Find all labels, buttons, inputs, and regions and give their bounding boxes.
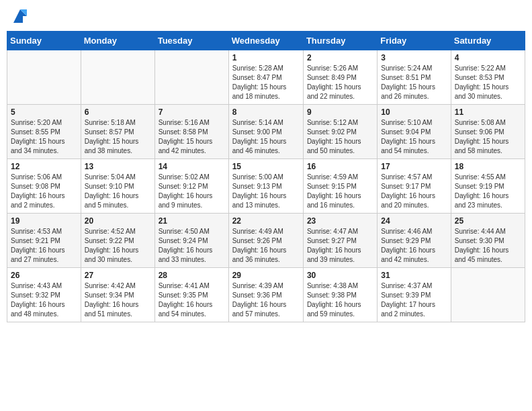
- calendar-cell: 9Sunrise: 5:12 AM Sunset: 9:02 PM Daylig…: [303, 105, 377, 159]
- day-info: Sunrise: 5:04 AM Sunset: 9:10 PM Dayligh…: [85, 173, 151, 210]
- calendar-cell: 12Sunrise: 5:06 AM Sunset: 9:08 PM Dayli…: [7, 159, 81, 214]
- day-number: 10: [381, 107, 447, 117]
- calendar-cell: 3Sunrise: 5:24 AM Sunset: 8:51 PM Daylig…: [378, 50, 451, 105]
- calendar-week-row: 12Sunrise: 5:06 AM Sunset: 9:08 PM Dayli…: [7, 159, 525, 214]
- day-info: Sunrise: 4:52 AM Sunset: 9:22 PM Dayligh…: [85, 227, 151, 265]
- calendar-cell: 20Sunrise: 4:52 AM Sunset: 9:22 PM Dayli…: [81, 214, 154, 268]
- day-number: 12: [11, 162, 77, 171]
- day-info: Sunrise: 5:00 AM Sunset: 9:13 PM Dayligh…: [232, 173, 300, 210]
- calendar-cell: 2Sunrise: 5:26 AM Sunset: 8:49 PM Daylig…: [303, 50, 377, 105]
- column-header-saturday: Saturday: [451, 32, 525, 50]
- day-number: 20: [85, 216, 151, 226]
- day-info: Sunrise: 5:12 AM Sunset: 9:02 PM Dayligh…: [307, 118, 373, 156]
- calendar-week-row: 26Sunrise: 4:43 AM Sunset: 9:32 PM Dayli…: [7, 268, 525, 322]
- calendar-header-row: SundayMondayTuesdayWednesdayThursdayFrid…: [7, 32, 525, 50]
- calendar-cell: 19Sunrise: 4:53 AM Sunset: 9:21 PM Dayli…: [7, 214, 81, 268]
- day-info: Sunrise: 4:55 AM Sunset: 9:19 PM Dayligh…: [455, 173, 521, 210]
- day-number: 2: [307, 53, 373, 62]
- page-header: [7, 7, 525, 26]
- calendar-cell: 27Sunrise: 4:42 AM Sunset: 9:34 PM Dayli…: [81, 268, 154, 322]
- calendar-cell: [451, 268, 525, 322]
- day-info: Sunrise: 5:16 AM Sunset: 8:58 PM Dayligh…: [159, 118, 225, 156]
- calendar-cell: 24Sunrise: 4:46 AM Sunset: 9:29 PM Dayli…: [378, 214, 451, 268]
- calendar-table: SundayMondayTuesdayWednesdayThursdayFrid…: [7, 31, 525, 322]
- day-info: Sunrise: 4:39 AM Sunset: 9:36 PM Dayligh…: [232, 281, 300, 319]
- day-info: Sunrise: 5:18 AM Sunset: 8:57 PM Dayligh…: [85, 118, 151, 156]
- calendar-cell: 25Sunrise: 4:44 AM Sunset: 9:30 PM Dayli…: [451, 214, 525, 268]
- day-number: 24: [381, 216, 447, 226]
- day-number: 26: [11, 271, 77, 280]
- day-info: Sunrise: 4:38 AM Sunset: 9:38 PM Dayligh…: [307, 281, 373, 319]
- calendar-cell: 10Sunrise: 5:10 AM Sunset: 9:04 PM Dayli…: [378, 105, 451, 159]
- calendar-cell: 29Sunrise: 4:39 AM Sunset: 9:36 PM Dayli…: [228, 268, 303, 322]
- day-info: Sunrise: 4:47 AM Sunset: 9:27 PM Dayligh…: [307, 227, 373, 265]
- day-number: 8: [232, 107, 300, 117]
- day-info: Sunrise: 5:02 AM Sunset: 9:12 PM Dayligh…: [159, 173, 225, 210]
- day-info: Sunrise: 5:14 AM Sunset: 9:00 PM Dayligh…: [232, 118, 300, 156]
- day-number: 9: [307, 107, 373, 117]
- day-number: 31: [381, 271, 447, 280]
- day-number: 1: [232, 53, 300, 62]
- calendar-cell: 26Sunrise: 4:43 AM Sunset: 9:32 PM Dayli…: [7, 268, 81, 322]
- day-info: Sunrise: 4:46 AM Sunset: 9:29 PM Dayligh…: [381, 227, 447, 265]
- day-number: 5: [11, 107, 77, 117]
- day-info: Sunrise: 4:50 AM Sunset: 9:24 PM Dayligh…: [159, 227, 225, 265]
- calendar-cell: 15Sunrise: 5:00 AM Sunset: 9:13 PM Dayli…: [228, 159, 303, 214]
- day-number: 28: [159, 271, 225, 280]
- calendar-week-row: 1Sunrise: 5:28 AM Sunset: 8:47 PM Daylig…: [7, 50, 525, 105]
- calendar-cell: 16Sunrise: 4:59 AM Sunset: 9:15 PM Dayli…: [303, 159, 377, 214]
- day-number: 6: [85, 107, 151, 117]
- logo-icon: [11, 7, 30, 26]
- day-info: Sunrise: 4:53 AM Sunset: 9:21 PM Dayligh…: [11, 227, 77, 265]
- calendar-cell: 7Sunrise: 5:16 AM Sunset: 8:58 PM Daylig…: [154, 105, 228, 159]
- day-number: 16: [307, 162, 373, 171]
- day-info: Sunrise: 4:49 AM Sunset: 9:26 PM Dayligh…: [232, 227, 300, 265]
- day-number: 15: [232, 162, 300, 171]
- day-info: Sunrise: 4:37 AM Sunset: 9:39 PM Dayligh…: [381, 281, 447, 319]
- day-number: 21: [159, 216, 225, 226]
- calendar-cell: 11Sunrise: 5:08 AM Sunset: 9:06 PM Dayli…: [451, 105, 525, 159]
- column-header-wednesday: Wednesday: [228, 32, 303, 50]
- day-number: 27: [85, 271, 151, 280]
- calendar-cell: 17Sunrise: 4:57 AM Sunset: 9:17 PM Dayli…: [378, 159, 451, 214]
- day-info: Sunrise: 4:43 AM Sunset: 9:32 PM Dayligh…: [11, 281, 77, 319]
- column-header-friday: Friday: [378, 32, 451, 50]
- column-header-thursday: Thursday: [303, 32, 377, 50]
- day-number: 7: [159, 107, 225, 117]
- calendar-cell: 14Sunrise: 5:02 AM Sunset: 9:12 PM Dayli…: [154, 159, 228, 214]
- calendar-cell: 30Sunrise: 4:38 AM Sunset: 9:38 PM Dayli…: [303, 268, 377, 322]
- calendar-cell: [154, 50, 228, 105]
- day-number: 4: [455, 53, 521, 62]
- day-number: 29: [232, 271, 300, 280]
- day-number: 25: [455, 216, 521, 226]
- calendar-week-row: 5Sunrise: 5:20 AM Sunset: 8:55 PM Daylig…: [7, 105, 525, 159]
- calendar-cell: 8Sunrise: 5:14 AM Sunset: 9:00 PM Daylig…: [228, 105, 303, 159]
- calendar-cell: 31Sunrise: 4:37 AM Sunset: 9:39 PM Dayli…: [378, 268, 451, 322]
- calendar-cell: 23Sunrise: 4:47 AM Sunset: 9:27 PM Dayli…: [303, 214, 377, 268]
- day-number: 30: [307, 271, 373, 280]
- day-info: Sunrise: 4:41 AM Sunset: 9:35 PM Dayligh…: [159, 281, 225, 319]
- day-number: 14: [159, 162, 225, 171]
- calendar-cell: 21Sunrise: 4:50 AM Sunset: 9:24 PM Dayli…: [154, 214, 228, 268]
- calendar-cell: [81, 50, 154, 105]
- day-number: 19: [11, 216, 77, 226]
- day-info: Sunrise: 5:06 AM Sunset: 9:08 PM Dayligh…: [11, 173, 77, 210]
- calendar-cell: 18Sunrise: 4:55 AM Sunset: 9:19 PM Dayli…: [451, 159, 525, 214]
- day-number: 3: [381, 53, 447, 62]
- calendar-cell: 4Sunrise: 5:22 AM Sunset: 8:53 PM Daylig…: [451, 50, 525, 105]
- day-info: Sunrise: 4:59 AM Sunset: 9:15 PM Dayligh…: [307, 173, 373, 210]
- day-info: Sunrise: 5:26 AM Sunset: 8:49 PM Dayligh…: [307, 64, 373, 101]
- column-header-tuesday: Tuesday: [154, 32, 228, 50]
- day-info: Sunrise: 4:42 AM Sunset: 9:34 PM Dayligh…: [85, 281, 151, 319]
- day-info: Sunrise: 5:22 AM Sunset: 8:53 PM Dayligh…: [455, 64, 521, 101]
- day-number: 13: [85, 162, 151, 171]
- calendar-cell: 6Sunrise: 5:18 AM Sunset: 8:57 PM Daylig…: [81, 105, 154, 159]
- day-info: Sunrise: 5:24 AM Sunset: 8:51 PM Dayligh…: [381, 64, 447, 101]
- column-header-sunday: Sunday: [7, 32, 81, 50]
- calendar-cell: 1Sunrise: 5:28 AM Sunset: 8:47 PM Daylig…: [228, 50, 303, 105]
- day-number: 11: [455, 107, 521, 117]
- logo: [9, 7, 30, 26]
- day-info: Sunrise: 5:28 AM Sunset: 8:47 PM Dayligh…: [232, 64, 300, 101]
- calendar-cell: 13Sunrise: 5:04 AM Sunset: 9:10 PM Dayli…: [81, 159, 154, 214]
- day-number: 18: [455, 162, 521, 171]
